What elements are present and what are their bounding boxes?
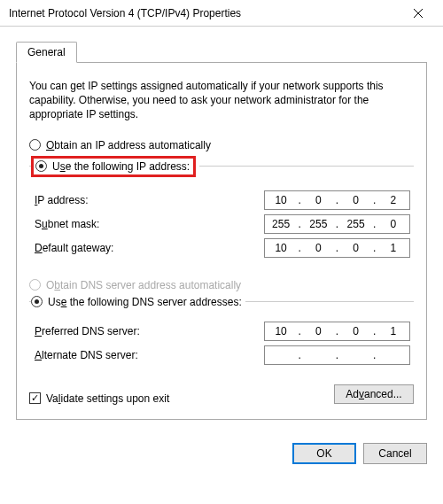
radio-label: Use the following DNS server addresses:: [48, 296, 242, 308]
ip-manual-fieldset: Use the following IP address: IP address…: [29, 156, 414, 264]
octet: 0: [302, 191, 334, 209]
input-subnet-mask[interactable]: 255. 255. 255. 0: [264, 214, 410, 234]
close-button[interactable]: [400, 1, 436, 26]
octet: 1: [377, 322, 409, 340]
intro-text: You can get IP settings assigned automat…: [29, 79, 414, 122]
label-preferred-dns: Preferred DNS server:: [35, 325, 257, 337]
label-subnet-mask: Subnet mask:: [35, 218, 257, 230]
tab-bar: General: [16, 42, 427, 63]
octet: 0: [377, 215, 409, 233]
radio-icon: [29, 139, 41, 151]
octet: 10: [265, 191, 297, 209]
close-icon: [414, 9, 423, 18]
cancel-button[interactable]: Cancel: [363, 443, 427, 464]
dns-manual-fieldset: Use the following DNS server addresses: …: [29, 296, 414, 371]
radio-dns-manual[interactable]: Use the following DNS server addresses:: [31, 296, 242, 308]
octet: 1: [377, 239, 409, 257]
radio-icon: [35, 160, 47, 172]
label-default-gateway: Default gateway:: [35, 242, 257, 254]
window-title: Internet Protocol Version 4 (TCP/IPv4) P…: [9, 7, 241, 19]
radio-ip-manual[interactable]: Use the following IP address:: [31, 156, 196, 177]
radio-icon: [29, 279, 41, 291]
checkbox-icon: ✓: [29, 392, 41, 404]
checkbox-validate[interactable]: ✓ Validate settings upon exit: [29, 392, 169, 405]
checkbox-label: Validate settings upon exit: [46, 392, 169, 405]
label-alternate-dns: Alternate DNS server:: [35, 349, 257, 361]
octet: 10: [265, 239, 297, 257]
row-subnet-mask: Subnet mask: 255. 255. 255. 0: [35, 214, 410, 234]
ip-group: Obtain an IP address automatically Use t…: [29, 136, 414, 264]
tab-general[interactable]: General: [16, 42, 77, 63]
advanced-button[interactable]: Advanced...: [334, 384, 414, 404]
radio-label: Obtain an IP address automatically: [46, 139, 211, 151]
octet: 2: [377, 191, 409, 209]
octet: 0: [302, 239, 334, 257]
octet: 10: [265, 322, 297, 340]
row-alternate-dns: Alternate DNS server: . . .: [35, 345, 410, 365]
input-ip-address[interactable]: 10. 0. 0. 2: [264, 190, 410, 210]
panel-bottom-row: ✓ Validate settings upon exit Advanced..…: [29, 384, 414, 405]
input-preferred-dns[interactable]: 10. 0. 0. 1: [264, 322, 410, 341]
row-preferred-dns: Preferred DNS server: 10. 0. 0. 1: [35, 322, 410, 341]
octet: 0: [340, 191, 372, 209]
input-alternate-dns[interactable]: . . .: [264, 345, 410, 365]
dialog-buttons: OK Cancel: [0, 432, 443, 464]
radio-label: Obtain DNS server address automatically: [46, 279, 241, 291]
dialog-content: General You can get IP settings assigned…: [0, 27, 443, 432]
octet: 0: [340, 322, 372, 340]
radio-dns-auto: Obtain DNS server address automatically: [29, 276, 414, 294]
ok-button[interactable]: OK: [292, 443, 356, 464]
input-default-gateway[interactable]: 10. 0. 0. 1: [264, 238, 410, 258]
octet: 255: [340, 215, 372, 233]
octet: 255: [302, 215, 334, 233]
row-default-gateway: Default gateway: 10. 0. 0. 1: [35, 238, 410, 258]
octet: 0: [340, 239, 372, 257]
radio-label: Use the following IP address:: [52, 160, 190, 173]
tab-panel: You can get IP settings assigned automat…: [16, 62, 427, 420]
row-ip-address: IP address: 10. 0. 0. 2: [35, 190, 410, 210]
octet: 255: [265, 215, 297, 233]
dns-group: Obtain DNS server address automatically …: [29, 276, 414, 371]
radio-ip-auto[interactable]: Obtain an IP address automatically: [29, 136, 414, 154]
titlebar: Internet Protocol Version 4 (TCP/IPv4) P…: [0, 0, 443, 27]
octet: 0: [302, 322, 334, 340]
radio-icon: [31, 296, 43, 307]
label-ip-address: IP address:: [35, 194, 257, 206]
